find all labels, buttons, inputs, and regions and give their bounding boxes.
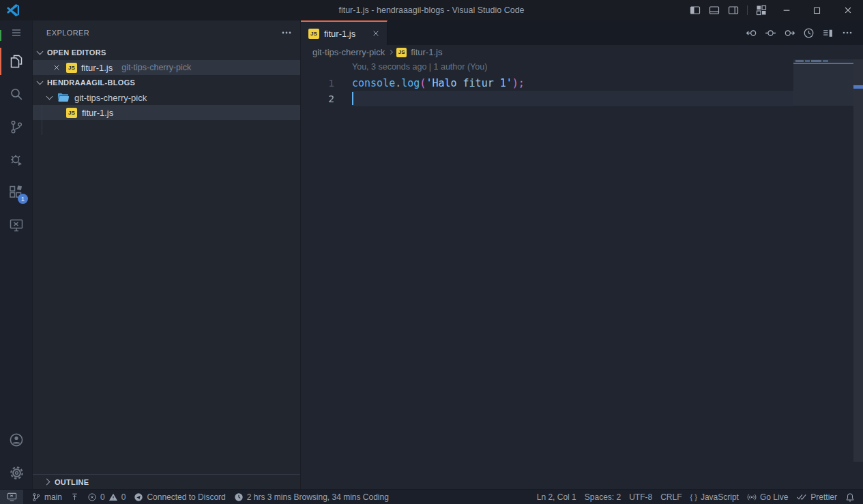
open-editors-label: OPEN EDITORS	[47, 48, 106, 57]
js-file-icon: JS	[66, 108, 77, 118]
workspace-section-header[interactable]: HENDRAAAGIL-BLOGS	[33, 75, 300, 90]
tree-folder-row[interactable]: git-tips-cherry-pick	[33, 90, 300, 105]
explorer-more-actions-icon[interactable]	[281, 27, 292, 38]
js-file-icon: JS	[66, 63, 77, 73]
explorer-sidebar: EXPLORER OPEN EDITORS JS fitur-1.js git-…	[33, 20, 301, 489]
live-server-icon[interactable]	[0, 209, 33, 241]
menu-button[interactable]	[0, 20, 33, 45]
account-icon[interactable]	[0, 424, 33, 456]
extensions-icon[interactable]: 1	[0, 176, 33, 209]
problems-status[interactable]: 0 0	[83, 490, 130, 504]
chevron-down-icon	[37, 48, 44, 55]
language-mode-status[interactable]: { } JavaScript	[686, 490, 743, 504]
gitlens-compare-revision-icon[interactable]	[764, 27, 777, 40]
sidebar-header: EXPLORER	[33, 20, 300, 45]
outline-section-header[interactable]: OUTLINE	[33, 474, 300, 489]
codelens-link[interactable]: You, 3 seconds ago | 1 author (You)	[352, 62, 487, 72]
token-string: 'Halo fitur 1'	[426, 77, 512, 89]
token-console: console	[352, 77, 395, 89]
file-history-icon[interactable]	[802, 27, 815, 40]
vscode-logo-icon	[3, 0, 23, 20]
source-control-icon[interactable]	[0, 110, 33, 143]
close-window-button[interactable]	[832, 0, 863, 20]
breadcrumb-file[interactable]: fitur-1.js	[411, 47, 442, 57]
chevron-right-icon	[388, 50, 393, 55]
search-icon[interactable]	[0, 78, 33, 110]
token-paren-open: (	[420, 77, 426, 89]
cursor-position-status[interactable]: Ln 2, Col 1	[533, 490, 581, 504]
chevron-down-icon	[37, 78, 44, 85]
open-editor-file-name: fitur-1.js	[81, 63, 113, 73]
git-branch-status[interactable]: main	[27, 490, 66, 504]
minimap-line-1	[793, 60, 853, 62]
open-editors-section-header[interactable]: OPEN EDITORS	[33, 45, 300, 60]
minimap[interactable]	[793, 59, 853, 106]
line-number-active: 2	[301, 93, 352, 104]
time-tracker-status[interactable]: 2 hrs 3 mins Browsing, 34 mins Coding	[230, 490, 393, 504]
indentation-status[interactable]: Spaces: 2	[581, 490, 625, 504]
vscode-window: fitur-1.js - hendraaagil-blogs - Visual …	[0, 0, 863, 504]
toggle-primary-sidebar-icon[interactable]	[686, 0, 705, 20]
minimize-button[interactable]	[771, 0, 802, 20]
eol-status[interactable]: CRLF	[656, 490, 686, 504]
notifications-bell-icon[interactable]	[841, 490, 859, 504]
remote-indicator[interactable]	[0, 490, 23, 504]
time-tracker-label: 2 hrs 3 mins Browsing, 34 mins Coding	[247, 492, 389, 502]
publish-changes-icon[interactable]	[66, 490, 83, 504]
breadcrumb: git-tips-cherry-pick JS fitur-1.js	[301, 45, 863, 59]
tab-bar: JS fitur-1.js	[301, 20, 863, 45]
go-live-status[interactable]: Go Live	[743, 490, 792, 504]
maximize-button[interactable]	[802, 0, 832, 20]
chevron-down-icon	[46, 93, 53, 100]
code-line-1[interactable]: 1 console.log('Halo fitur 1');	[301, 75, 863, 91]
customize-layout-icon[interactable]	[752, 0, 771, 20]
token-paren-close: );	[512, 77, 525, 89]
line-number: 1	[301, 78, 352, 89]
explorer-icon[interactable]	[0, 45, 33, 78]
minimap-cursor-line	[793, 63, 853, 64]
toggle-panel-icon[interactable]	[705, 0, 724, 20]
extensions-badge: 1	[18, 194, 28, 204]
close-editor-icon[interactable]	[51, 62, 62, 73]
js-file-icon: JS	[396, 48, 407, 57]
codelens-blame: You, 3 seconds ago | 1 author (You)	[301, 59, 863, 75]
more-actions-icon[interactable]	[840, 27, 853, 40]
js-file-icon: JS	[308, 29, 319, 39]
folder-open-icon	[57, 93, 69, 102]
open-editor-item[interactable]: JS fitur-1.js git-tips-cherry-pick	[33, 60, 300, 75]
discord-label: Connected to Discord	[147, 492, 225, 502]
code-area[interactable]: You, 3 seconds ago | 1 author (You) 1 co…	[301, 59, 863, 489]
indent-guide	[42, 105, 42, 135]
open-changes-icon[interactable]	[821, 27, 834, 40]
tree-file-name: fitur-1.js	[82, 108, 113, 118]
tree-file-row[interactable]: JS fitur-1.js	[33, 105, 300, 120]
run-debug-icon[interactable]	[0, 143, 33, 176]
formatter-status[interactable]: Prettier	[792, 490, 841, 504]
settings-gear-icon[interactable]	[0, 456, 33, 489]
titlebar-separator	[747, 5, 748, 15]
editor-actions	[745, 20, 863, 45]
go-live-label: Go Live	[760, 492, 788, 502]
gitlens-prev-revision-icon[interactable]	[745, 27, 758, 40]
open-editor-file-detail: git-tips-cherry-pick	[121, 63, 191, 72]
code-line-2[interactable]: 2	[301, 91, 863, 106]
error-count: 0	[100, 492, 105, 502]
text-cursor	[352, 92, 353, 105]
overview-ruler-cursor-marker	[853, 85, 863, 89]
toggle-secondary-sidebar-icon[interactable]	[724, 0, 743, 20]
editor-group: JS fitur-1.js	[301, 20, 863, 489]
branch-name: main	[44, 492, 62, 502]
status-bar: main 0 0 Connected to Discord 2 hrs 3 mi…	[0, 489, 863, 504]
close-tab-icon[interactable]	[370, 28, 381, 39]
breadcrumb-folder[interactable]: git-tips-cherry-pick	[312, 47, 385, 57]
vertical-scrollbar[interactable]	[853, 59, 863, 462]
tab-fitur-1[interactable]: JS fitur-1.js	[301, 20, 387, 45]
gitlens-next-revision-icon[interactable]	[783, 27, 796, 40]
green-indicator	[0, 30, 1, 41]
chevron-right-icon	[44, 479, 50, 486]
encoding-status[interactable]: UTF-8	[625, 490, 656, 504]
outline-label: OUTLINE	[55, 478, 89, 486]
warning-count: 0	[121, 492, 126, 502]
workspace-label: HENDRAAAGIL-BLOGS	[47, 78, 135, 87]
discord-status[interactable]: Connected to Discord	[130, 490, 229, 504]
